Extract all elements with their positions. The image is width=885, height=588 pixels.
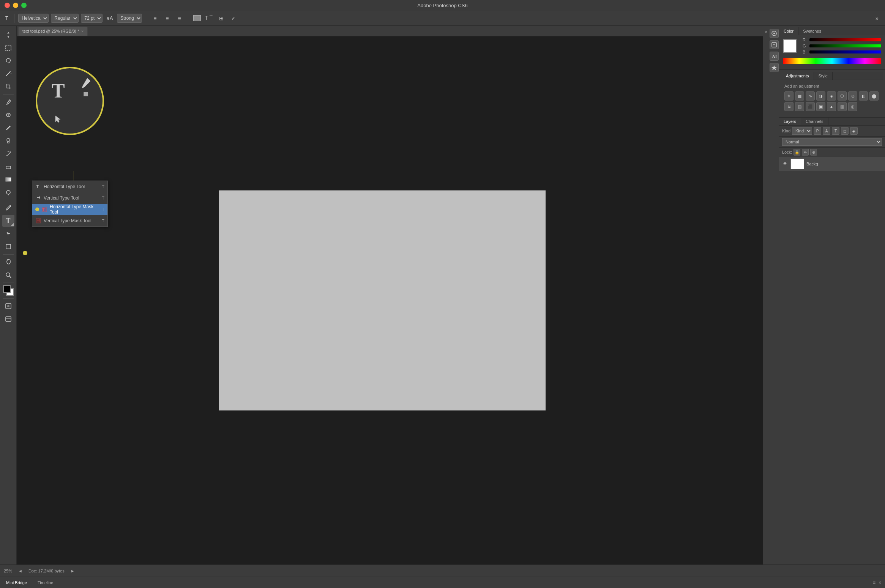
ai-icon-2[interactable]: [770, 40, 779, 49]
style-tab[interactable]: Style: [814, 72, 833, 80]
color-tab[interactable]: Color: [779, 27, 798, 35]
dropdown-vertical-type[interactable]: T Vertical Type Tool T: [32, 192, 107, 204]
layer-item-background[interactable]: 👁 Backg: [779, 157, 885, 171]
align-right-button[interactable]: ≡: [174, 13, 184, 23]
font-size-select[interactable]: 72 pt: [81, 14, 103, 23]
vibrance-adj[interactable]: ◈: [827, 91, 836, 101]
posterize-adj[interactable]: ▣: [816, 102, 825, 111]
layer-visibility-toggle[interactable]: 👁: [782, 161, 788, 167]
horizontal-type-icon: T: [35, 184, 41, 190]
panel-collapse-button[interactable]: «: [763, 26, 769, 564]
eyedropper-tool-button[interactable]: [2, 96, 14, 108]
align-center-button[interactable]: ≡: [162, 13, 172, 23]
red-slider[interactable]: [809, 38, 881, 41]
color-swatches-panel: Color Swatches R G: [779, 26, 885, 70]
photo-filter-adj[interactable]: ⬤: [869, 91, 879, 101]
minimize-button[interactable]: [13, 3, 18, 8]
eraser-tool-button[interactable]: [2, 160, 14, 173]
prev-nav-button[interactable]: ◄: [18, 569, 22, 573]
channel-mixer-adj[interactable]: ≋: [784, 102, 794, 111]
dropdown-horizontal-type-mask[interactable]: T Horizontal Type Mask Tool T: [32, 204, 107, 215]
green-slider[interactable]: [809, 44, 881, 47]
swatches-tab[interactable]: Swatches: [798, 27, 826, 35]
gradient-tool-button[interactable]: [2, 173, 14, 186]
text-color-button[interactable]: [192, 13, 202, 23]
bottom-panel-close-button[interactable]: ×: [879, 580, 881, 585]
spectrum-bar[interactable]: [783, 58, 881, 64]
invert-adj[interactable]: ⬛: [806, 102, 815, 111]
tab-close-icon[interactable]: ×: [81, 29, 84, 33]
bw-adj[interactable]: ◧: [859, 91, 868, 101]
close-button[interactable]: [5, 3, 10, 8]
filter-shape-icon[interactable]: ◻: [841, 127, 849, 135]
lock-pixels-button[interactable]: 🔒: [794, 149, 800, 156]
ai-icon-4[interactable]: [770, 63, 779, 72]
screen-mode-button[interactable]: [2, 313, 14, 325]
curves-adj[interactable]: ∿: [806, 91, 815, 101]
bottom-panel-menu-button[interactable]: ≡: [873, 580, 876, 585]
channels-tab[interactable]: Channels: [801, 118, 828, 125]
threshold-adj[interactable]: ▲: [827, 102, 836, 111]
document-canvas[interactable]: [219, 190, 546, 410]
font-style-select[interactable]: Regular: [51, 14, 79, 23]
magic-wand-tool-button[interactable]: [2, 68, 14, 80]
warp-text-button[interactable]: T⌒: [204, 13, 214, 23]
gradient-map-adj[interactable]: ▦: [838, 102, 847, 111]
quick-mask-button[interactable]: [2, 300, 14, 312]
blend-mode-select[interactable]: Normal: [782, 138, 882, 146]
dropdown-vertical-type-mask[interactable]: T Vertical Type Mask Tool T: [32, 215, 107, 226]
pen-tool-button[interactable]: [2, 202, 14, 214]
status-bar: 25% ◄ Doc: 17.2M/0 bytes ►: [0, 564, 885, 577]
anti-alias-icon[interactable]: aA: [105, 13, 115, 23]
shape-tool-button[interactable]: [2, 241, 14, 253]
stamp-tool-button[interactable]: [2, 135, 14, 147]
hand-tool-button[interactable]: [2, 256, 14, 268]
blue-slider[interactable]: [809, 50, 881, 53]
commit-button[interactable]: ✓: [229, 13, 238, 23]
collapse-right-button[interactable]: »: [872, 13, 882, 23]
ai-icon-1[interactable]: [770, 29, 779, 38]
filter-smartobj-icon[interactable]: ◈: [850, 127, 858, 135]
foreground-background-swatch[interactable]: [2, 285, 14, 297]
kind-select[interactable]: Kind: [792, 127, 812, 135]
exposure-adj[interactable]: ◑: [816, 91, 825, 101]
document-tab[interactable]: text tool.psd @ 25% (RGB/8) * ×: [18, 27, 88, 36]
color-preview-swatch[interactable]: [783, 39, 797, 53]
lasso-tool-button[interactable]: [2, 55, 14, 67]
hsl-adj[interactable]: ⬡: [838, 91, 847, 101]
timeline-tab[interactable]: Timeline: [35, 580, 55, 586]
brush-tool-button[interactable]: [2, 122, 14, 134]
filter-type-icon[interactable]: T: [832, 127, 839, 135]
dodge-tool-button[interactable]: [2, 186, 14, 198]
path-selection-button[interactable]: [2, 228, 14, 240]
crop-tool-button[interactable]: [2, 80, 14, 93]
toggle-char-panel-button[interactable]: ⊞: [216, 13, 226, 23]
brightness-contrast-adj[interactable]: ☀: [784, 91, 794, 101]
align-left-button[interactable]: ≡: [150, 13, 160, 23]
history-brush-button[interactable]: [2, 148, 14, 160]
filter-pixel-icon[interactable]: P: [814, 127, 821, 135]
selective-color-adj[interactable]: ◎: [848, 102, 857, 111]
next-nav-button[interactable]: ►: [71, 569, 75, 573]
layers-tab[interactable]: Layers: [779, 118, 801, 125]
color-balance-adj[interactable]: ⊕: [848, 91, 857, 101]
filter-adj-icon[interactable]: A: [823, 127, 830, 135]
mini-bridge-tab[interactable]: Mini Bridge: [4, 580, 29, 586]
levels-adj[interactable]: ▦: [795, 91, 804, 101]
adjustments-tab[interactable]: Adjustments: [781, 72, 814, 80]
zoom-tool-button[interactable]: [2, 269, 14, 281]
anti-alias-select[interactable]: Strong: [117, 14, 142, 23]
lock-all-button[interactable]: ⊕: [810, 149, 817, 156]
healing-brush-button[interactable]: [2, 109, 14, 121]
type-tool-button[interactable]: T: [2, 215, 14, 227]
svg-point-21: [7, 305, 9, 307]
maximize-button[interactable]: [21, 3, 27, 8]
move-tool-button[interactable]: [2, 29, 14, 41]
color-lookup-adj[interactable]: ▤: [795, 102, 804, 111]
foreground-swatch[interactable]: [3, 285, 11, 293]
marquee-tool-button[interactable]: [2, 42, 14, 54]
font-family-select[interactable]: Helvetica: [18, 14, 49, 23]
ai-icon-3[interactable]: AI: [770, 52, 779, 61]
dropdown-horizontal-type[interactable]: T Horizontal Type Tool T: [32, 181, 107, 192]
lock-position-button[interactable]: ✏: [802, 149, 809, 156]
